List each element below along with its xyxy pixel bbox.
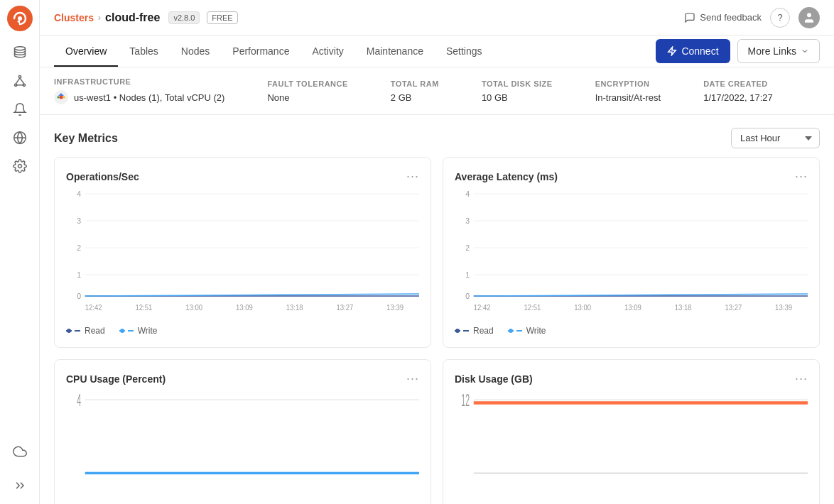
svg-marker-13: [668, 47, 676, 55]
header: Clusters › cloud-free v2.8.0 FREE Send f…: [40, 0, 834, 35]
app-logo[interactable]: [7, 6, 33, 31]
disk-chart-svg: 12: [455, 393, 808, 504]
infrastructure-bar: INFRASTRUCTURE us-west1 • Nodes (1), Tot…: [40, 67, 834, 115]
svg-point-3: [18, 76, 21, 78]
legend-write-icon: [119, 328, 134, 334]
nav-tabs: Overview Tables Nodes Performance Activi…: [40, 35, 834, 67]
svg-line-7: [20, 78, 24, 84]
encryption-value: In-transit/At-rest: [595, 92, 661, 103]
metrics-title: Key Metrics: [54, 132, 118, 145]
infra-value: us-west1 • Nodes (1), Total vCPU (2): [54, 90, 224, 104]
tab-activity[interactable]: Activity: [300, 35, 354, 67]
sidebar-item-settings[interactable]: [7, 153, 33, 179]
tab-actions: Connect More Links: [656, 39, 820, 63]
tab-overview[interactable]: Overview: [54, 35, 118, 67]
breadcrumb-separator: ›: [98, 13, 101, 23]
connect-icon: [667, 46, 677, 56]
svg-text:13:09: 13:09: [624, 304, 641, 312]
svg-text:13:27: 13:27: [725, 304, 742, 312]
legend-read-label: Read: [85, 326, 105, 336]
chart-menu-cpu[interactable]: ···: [406, 371, 419, 386]
svg-text:13:00: 13:00: [185, 304, 202, 312]
feedback-label: Send feedback: [700, 12, 762, 23]
infra-region: INFRASTRUCTURE us-west1 • Nodes (1), Tot…: [54, 77, 224, 104]
legend-read-latency-label: Read: [473, 326, 494, 336]
chart-body-cpu: 4: [66, 393, 419, 504]
avg-latency-chart: Average Latency (ms) ··· 4 3 2 1 0: [443, 157, 820, 348]
chart-title-ops: Operations/Sec: [66, 171, 139, 182]
chart-body-disk: 12: [455, 393, 808, 504]
total-ram-item: TOTAL RAM 2 GB: [391, 80, 439, 103]
svg-text:2: 2: [465, 243, 470, 252]
legend-read-ops: Read: [66, 326, 105, 336]
svg-text:13:39: 13:39: [386, 304, 404, 312]
content-area: INFRASTRUCTURE us-west1 • Nodes (1), Tot…: [40, 67, 834, 504]
svg-point-61: [509, 329, 513, 333]
legend-write-latency-icon: [508, 328, 522, 334]
sidebar: [0, 0, 40, 504]
connect-button[interactable]: Connect: [656, 39, 730, 63]
version-badge: v2.8.0: [168, 11, 200, 24]
legend-read-latency-icon: [455, 328, 469, 334]
sidebar-item-alerts[interactable]: [7, 97, 33, 122]
svg-text:12:51: 12:51: [135, 304, 152, 312]
svg-text:2: 2: [77, 243, 81, 252]
chart-body-ops: 4 3 2 1 0: [66, 191, 419, 319]
tab-settings[interactable]: Settings: [435, 35, 494, 67]
fault-tolerance-value: None: [267, 92, 347, 103]
date-created-item: DATE CREATED 1/17/2022, 17:27: [703, 80, 773, 103]
svg-text:13:00: 13:00: [574, 304, 591, 312]
svg-text:3: 3: [77, 217, 81, 225]
chart-body-latency: 4 3 2 1 0: [455, 191, 808, 319]
sidebar-item-database[interactable]: [7, 40, 33, 65]
fault-tolerance-label: FAULT TOLERANCE: [267, 80, 347, 88]
legend-write-latency-label: Write: [526, 326, 546, 336]
svg-text:12:42: 12:42: [85, 304, 102, 312]
tab-maintenance[interactable]: Maintenance: [355, 35, 435, 67]
fault-tolerance-item: FAULT TOLERANCE None: [267, 80, 347, 103]
time-select[interactable]: Last Hour Last 6 Hours Last 24 Hours Las…: [731, 128, 820, 148]
svg-line-6: [16, 78, 20, 84]
sidebar-item-cloud[interactable]: [7, 439, 33, 464]
chart-menu-disk[interactable]: ···: [795, 371, 808, 386]
chevron-down-icon: [801, 47, 809, 55]
latency-chart-svg: 4 3 2 1 0: [455, 191, 808, 319]
breadcrumb-clusters-link[interactable]: Clusters: [54, 12, 94, 23]
svg-text:13:27: 13:27: [336, 304, 353, 312]
feedback-button[interactable]: Send feedback: [684, 12, 762, 23]
svg-point-58: [455, 329, 460, 333]
chart-header-cpu: CPU Usage (Percent) ···: [66, 371, 419, 386]
svg-text:12:42: 12:42: [474, 304, 491, 312]
svg-text:12: 12: [461, 393, 470, 410]
breadcrumb: Clusters › cloud-free v2.8.0 FREE: [54, 11, 238, 24]
svg-text:13:39: 13:39: [775, 304, 792, 312]
total-ram-label: TOTAL RAM: [391, 80, 439, 88]
user-avatar[interactable]: [798, 7, 820, 28]
sidebar-expand-button[interactable]: [7, 473, 33, 498]
sidebar-item-network[interactable]: [7, 68, 33, 94]
cluster-name: cloud-free: [105, 11, 160, 24]
legend-read-icon: [66, 328, 80, 334]
svg-text:4: 4: [77, 191, 81, 198]
svg-point-1: [18, 16, 22, 21]
more-links-button[interactable]: More Links: [737, 39, 820, 63]
total-disk-label: TOTAL DISK SIZE: [482, 80, 553, 88]
svg-point-37: [120, 329, 124, 333]
tab-nodes[interactable]: Nodes: [170, 35, 221, 67]
date-created-value: 1/17/2022, 17:27: [703, 92, 773, 103]
chart-menu-ops[interactable]: ···: [406, 169, 419, 184]
tier-badge: FREE: [207, 11, 237, 24]
chart-menu-latency[interactable]: ···: [795, 169, 808, 184]
help-button[interactable]: ?: [770, 8, 790, 28]
encryption-label: ENCRYPTION: [595, 80, 661, 88]
svg-point-34: [67, 329, 71, 333]
tab-tables[interactable]: Tables: [118, 35, 169, 67]
legend-write-label: Write: [138, 326, 158, 336]
tab-performance[interactable]: Performance: [221, 35, 300, 67]
ops-per-sec-chart: Operations/Sec ··· 4 3 2 1 0: [54, 157, 431, 348]
main-content: Clusters › cloud-free v2.8.0 FREE Send f…: [40, 0, 834, 504]
legend-write-ops: Write: [119, 326, 158, 336]
encryption-item: ENCRYPTION In-transit/At-rest: [595, 80, 661, 103]
svg-text:4: 4: [77, 393, 81, 410]
sidebar-item-globe[interactable]: [7, 125, 33, 150]
